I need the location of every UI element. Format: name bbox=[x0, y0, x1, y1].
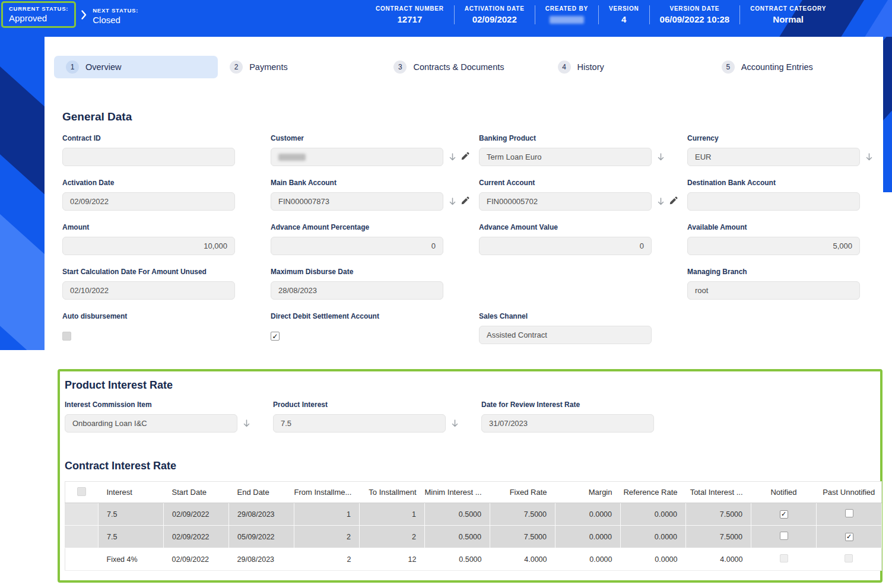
field-current-account: Current Account FIN000005702 bbox=[479, 179, 652, 211]
product-interest-rate-section: Product Interest Rate Interest Commissio… bbox=[65, 379, 880, 433]
field-product-interest: Product Interest 7.5 bbox=[273, 401, 446, 433]
section-title-product-interest-rate: Product Interest Rate bbox=[65, 379, 880, 392]
main-bank-account-dropdown-arrow-icon[interactable] bbox=[449, 198, 456, 205]
status-chevron-icon bbox=[81, 10, 87, 20]
annotation-highlight-frame: Product Interest Rate Interest Commissio… bbox=[58, 369, 883, 583]
field-date-for-review: Date for Review Interest Rate 31/07/2023 bbox=[481, 401, 654, 433]
customer-edit-pencil-icon[interactable] bbox=[461, 152, 469, 161]
advance-amount-percentage-input[interactable]: 0 bbox=[271, 237, 443, 255]
auto-disbursement-checkbox[interactable] bbox=[62, 332, 71, 341]
status-flow: CURRENT STATUS: Approved NEXT STATUS: Cl… bbox=[1, 1, 138, 28]
advance-amount-value-input[interactable]: 0 bbox=[479, 237, 652, 255]
activation-date-input[interactable]: 02/09/2022 bbox=[62, 192, 235, 211]
meta-activation-date: ACTIVATION DATE 02/09/2022 bbox=[454, 5, 535, 24]
customer-dropdown-arrow-icon[interactable] bbox=[449, 153, 456, 161]
direct-debit-settlement-checkbox[interactable] bbox=[271, 332, 280, 341]
field-maximum-disburse-date: Maximum Disburse Date 28/08/2023 bbox=[271, 268, 443, 300]
meta-version: VERSION 4 bbox=[598, 5, 649, 24]
col-header-notified: Notified bbox=[751, 482, 817, 503]
tab-number-badge: 3 bbox=[393, 61, 407, 74]
col-header-total-interest: Total Interest ... bbox=[686, 482, 751, 503]
product-interest-dropdown-arrow-icon[interactable] bbox=[452, 419, 458, 427]
amount-input[interactable]: 10,000 bbox=[62, 237, 235, 255]
col-header-from-installment: From Installme... bbox=[294, 482, 360, 503]
past-unnotified-checkbox[interactable] bbox=[845, 554, 853, 562]
field-interest-commission-item: Interest Commission Item Onboarding Loan… bbox=[65, 401, 237, 433]
date-for-review-input[interactable]: 31/07/2023 bbox=[481, 414, 654, 433]
field-auto-disbursement: Auto disbursement bbox=[62, 312, 235, 344]
tab-payments[interactable]: 2 Payments bbox=[218, 56, 382, 78]
redacted-value bbox=[278, 154, 306, 161]
start-calculation-date-input[interactable]: 02/10/2022 bbox=[62, 281, 235, 300]
field-amount: Amount 10,000 bbox=[62, 223, 235, 255]
screen: CURRENT STATUS: Approved NEXT STATUS: Cl… bbox=[0, 0, 892, 588]
right-decoration-band bbox=[883, 37, 892, 192]
contract-interest-rate-table: Interest Start Date End Date From Instal… bbox=[65, 481, 882, 571]
field-main-bank-account: Main Bank Account FIN000007873 bbox=[271, 179, 443, 211]
table-row[interactable]: 7.5 02/09/2022 29/08/2023 1 1 0.5000 7.5… bbox=[65, 503, 882, 526]
field-sales-channel: Sales Channel Assisted Contract bbox=[479, 312, 652, 344]
col-header-margin: Margin bbox=[555, 482, 621, 503]
interest-commission-item-input[interactable]: Onboarding Loan I&C bbox=[65, 414, 237, 433]
contract-interest-rate-section: Contract Interest Rate Interest Start Da… bbox=[65, 460, 880, 571]
banking-product-dropdown-arrow-icon[interactable] bbox=[658, 153, 664, 161]
interest-commission-item-dropdown-arrow-icon[interactable] bbox=[243, 419, 250, 427]
empty-cell bbox=[479, 268, 652, 300]
left-decoration-band bbox=[0, 37, 45, 350]
field-advance-amount-percentage: Advance Amount Percentage 0 bbox=[271, 223, 443, 255]
current-status-label: CURRENT STATUS: bbox=[9, 5, 68, 12]
field-customer: Customer bbox=[271, 134, 443, 166]
tab-bar: 1 Overview 2 Payments 3 Contracts & Docu… bbox=[54, 56, 874, 78]
notified-checkbox[interactable] bbox=[780, 510, 788, 519]
top-status-bar: CURRENT STATUS: Approved NEXT STATUS: Cl… bbox=[0, 0, 892, 37]
customer-input[interactable] bbox=[271, 148, 443, 166]
table-row[interactable]: Fixed 4% 02/09/2022 29/08/2023 2 12 0.50… bbox=[65, 548, 882, 571]
sales-channel-input[interactable]: Assisted Contract bbox=[479, 326, 652, 344]
notified-checkbox[interactable] bbox=[780, 532, 788, 540]
tab-history[interactable]: 4 History bbox=[546, 56, 710, 78]
banking-product-input[interactable]: Term Loan Euro bbox=[479, 148, 652, 166]
contract-id-input[interactable] bbox=[62, 148, 235, 166]
col-header-end-date: End Date bbox=[229, 482, 294, 503]
current-account-dropdown-arrow-icon[interactable] bbox=[658, 198, 664, 205]
meta-contract-category: CONTRACT CATEGORY Normal bbox=[739, 5, 836, 24]
tab-number-badge: 4 bbox=[558, 61, 571, 74]
currency-input[interactable]: EUR bbox=[687, 148, 860, 166]
maximum-disburse-date-input[interactable]: 28/08/2023 bbox=[271, 281, 443, 300]
field-destination-bank-account: Destination Bank Account bbox=[687, 179, 860, 211]
select-all-cell bbox=[65, 482, 99, 503]
table-row[interactable]: 7.5 02/09/2022 05/09/2022 2 2 0.5000 7.5… bbox=[65, 526, 882, 548]
current-status-box: CURRENT STATUS: Approved bbox=[1, 1, 76, 28]
tab-overview[interactable]: 1 Overview bbox=[54, 56, 218, 78]
left-light-diagonal bbox=[0, 193, 45, 350]
next-status-box: NEXT STATUS: Closed bbox=[93, 4, 138, 25]
col-header-interest: Interest bbox=[99, 482, 164, 503]
currency-dropdown-arrow-icon[interactable] bbox=[866, 153, 872, 161]
tab-contracts-documents[interactable]: 3 Contracts & Documents bbox=[382, 56, 545, 78]
tab-accounting-entries[interactable]: 5 Accounting Entries bbox=[710, 56, 874, 78]
past-unnotified-checkbox[interactable] bbox=[845, 533, 853, 541]
current-account-edit-pencil-icon[interactable] bbox=[669, 196, 678, 205]
field-currency: Currency EUR bbox=[687, 134, 860, 166]
main-bank-account-edit-pencil-icon[interactable] bbox=[461, 196, 469, 205]
field-banking-product: Banking Product Term Loan Euro bbox=[479, 134, 652, 166]
contract-meta-bar: CONTRACT NUMBER 12717 ACTIVATION DATE 02… bbox=[366, 5, 836, 24]
notified-checkbox[interactable] bbox=[780, 554, 788, 562]
field-start-calculation-date: Start Calculation Date For Amount Unused… bbox=[62, 268, 235, 300]
managing-branch-input[interactable]: root bbox=[687, 281, 860, 300]
current-status-value: Approved bbox=[9, 13, 68, 23]
past-unnotified-checkbox[interactable] bbox=[845, 509, 853, 517]
select-all-checkbox[interactable] bbox=[77, 487, 86, 496]
tab-number-badge: 5 bbox=[722, 61, 735, 74]
general-data-grid: Contract ID Customer Banking Product Ter… bbox=[62, 134, 865, 344]
product-interest-input[interactable]: 7.5 bbox=[273, 414, 446, 433]
redacted-value bbox=[550, 16, 584, 24]
col-header-start-date: Start Date bbox=[164, 482, 229, 503]
empty-cell bbox=[687, 312, 860, 344]
destination-bank-account-input[interactable] bbox=[687, 192, 860, 211]
field-managing-branch: Managing Branch root bbox=[687, 268, 860, 300]
available-amount-input[interactable]: 5,000 bbox=[687, 237, 860, 255]
main-bank-account-input[interactable]: FIN000007873 bbox=[271, 192, 443, 211]
current-account-input[interactable]: FIN000005702 bbox=[479, 192, 652, 211]
col-header-to-installment: To Installment bbox=[360, 482, 425, 503]
